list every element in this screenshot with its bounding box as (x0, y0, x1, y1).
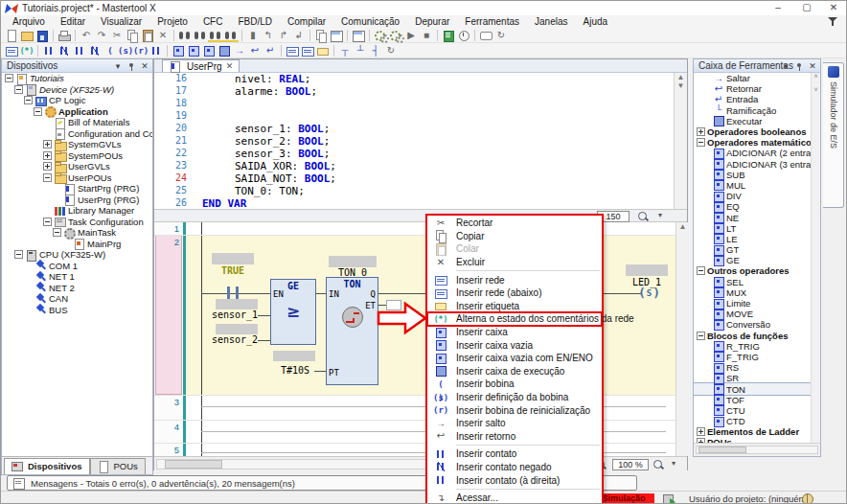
comment-box-ton[interactable] (329, 256, 377, 267)
refresh-icon[interactable]: ↻ (493, 29, 509, 42)
menu-janelas[interactable]: Janelas (527, 15, 575, 28)
contact-true-label[interactable]: TRUE (214, 265, 252, 276)
tree-item-systempous[interactable]: SystemPOUs (2, 150, 152, 162)
tree-item-can[interactable]: CAN (2, 293, 152, 305)
insert-box-icon[interactable] (171, 44, 186, 57)
code-line[interactable]: 18 (154, 98, 675, 110)
tab-close-icon[interactable]: ✕ (226, 61, 234, 71)
tree-item-systemgvls[interactable]: SystemGVLs (2, 139, 152, 150)
context-menu-item-inserir-bobina[interactable]: Inserir bobina (427, 378, 602, 391)
properties-icon[interactable] (329, 29, 344, 42)
close-button[interactable]: ✕ (821, 1, 846, 14)
tab-pous[interactable]: POUs (90, 458, 146, 474)
messages-icon[interactable] (478, 29, 493, 42)
context-menu-item-inserir-salto[interactable]: →Inserir salto (427, 417, 602, 430)
toolbox-vertical-scrollbar[interactable]: ˄˅ (811, 73, 820, 443)
collapse-icon[interactable] (14, 85, 23, 94)
library-icon[interactable] (441, 29, 456, 42)
time-literal-label[interactable]: T#10S (275, 365, 315, 376)
tree-item-mainprg[interactable]: MainPrg (2, 239, 152, 250)
code-vertical-scrollbar[interactable]: ▲▼ (674, 73, 687, 209)
collapse-icon[interactable] (5, 74, 13, 82)
menu-ferramentas[interactable]: Ferramentas (457, 15, 527, 28)
sensor2-label[interactable]: sensor_2 (208, 334, 262, 345)
tree-item-cp-logic[interactable]: CP Logic (2, 95, 152, 106)
code-line[interactable]: 25TON_0: TON; (154, 185, 675, 197)
tree-item-startprg-prg[interactable]: StartPrg (PRG) (2, 183, 152, 195)
context-menu-item-inserir-etiqueta[interactable]: Inserir etiqueta (427, 300, 602, 313)
network-number-5[interactable]: 5 (154, 445, 179, 455)
code-line[interactable]: 26END_VAR (154, 197, 675, 209)
print-icon[interactable] (57, 29, 72, 42)
menu-ajuda[interactable]: Ajuda (575, 15, 615, 28)
zoom-dropdown-icon[interactable]: ▾ (658, 211, 662, 219)
insert-contact-icon[interactable] (41, 44, 57, 57)
insert-return-icon[interactable]: ↩ (247, 44, 263, 57)
start-icon[interactable]: ▶ (403, 29, 419, 42)
clear-bookmarks-icon[interactable]: ↲ (291, 29, 307, 42)
comment-box-time[interactable] (273, 351, 315, 361)
tree-item-device-xf325-w[interactable]: Device (XF325-W) (2, 84, 152, 96)
menu-projeto[interactable]: Projeto (149, 15, 195, 28)
comment-box-led[interactable] (626, 264, 668, 276)
context-menu-item-inserir-contato[interactable]: Inserir contato (427, 447, 602, 461)
context-menu-item-recortar[interactable]: ✂Recortar (427, 217, 602, 230)
toolbox-item-conversao[interactable]: Conversão (694, 319, 811, 330)
network-number-4[interactable]: 4 (154, 422, 179, 432)
insert-network-icon[interactable] (285, 44, 300, 57)
comment-box-sensor1[interactable] (216, 299, 258, 309)
insert-contact-negated-icon[interactable] (57, 44, 72, 57)
collapse-icon[interactable] (53, 228, 61, 237)
network-number-2[interactable]: 2 (154, 237, 179, 247)
delete-icon[interactable]: ✕ (155, 29, 171, 42)
code-line[interactable]: 19 (154, 110, 675, 123)
filter-icon[interactable] (827, 16, 838, 27)
collapse-icon[interactable] (697, 332, 705, 340)
insert-network-below-icon[interactable] (300, 44, 315, 57)
tree-item-com-1[interactable]: COM 1 (2, 261, 152, 272)
expand-icon[interactable] (43, 140, 52, 149)
tab-simulador-es[interactable]: Simulador de E/S (823, 62, 844, 208)
context-menu-item-excluir[interactable]: ✕Excluir (427, 256, 602, 269)
network-grid-icon[interactable] (4, 44, 19, 57)
paste-icon[interactable] (140, 29, 155, 42)
context-menu-item-inserir-retorno[interactable]: ↩Inserir retorno (427, 430, 602, 444)
collapse-icon[interactable] (24, 96, 33, 104)
network-number-3[interactable]: 3 (154, 397, 179, 407)
context-menu-item-inserir-definicao-da-bobina[interactable]: Inserir definição da bobina (427, 391, 602, 404)
code-line[interactable]: 20sensor_1: BOOL; (154, 123, 675, 135)
copy-icon[interactable] (125, 29, 140, 42)
find-next-icon[interactable] (193, 29, 208, 42)
toggle-network-comment-icon[interactable] (19, 44, 34, 57)
network-number-1[interactable]: 1 (154, 223, 179, 234)
menu-fbd-ld[interactable]: FBD/LD (230, 15, 280, 28)
tree-item-cpu-xf325-w[interactable]: CPU (XF325-W) (2, 249, 152, 261)
collapse-icon[interactable] (43, 218, 52, 226)
collapse-icon[interactable] (43, 173, 52, 182)
toolbox-item-elementos-de-ladder[interactable]: Elementos de Ladder (694, 426, 811, 437)
maximize-button[interactable]: ▢ (794, 1, 819, 14)
ladder-zoom-value[interactable]: 100 % (612, 459, 649, 470)
redo-icon[interactable]: ↷ (94, 29, 109, 42)
tree-item-userpous[interactable]: UserPOUs (2, 172, 152, 184)
context-menu-item-alterna-o-estado-dos-comentarios-da-rede[interactable]: Alterna o estado dos comentários da rede (427, 312, 602, 326)
menu-depurar[interactable]: Depurar (407, 15, 457, 28)
context-menu-item-inserir-rede[interactable]: Inserir rede (427, 273, 602, 286)
insert-coil-icon[interactable] (103, 44, 118, 57)
context-menu-item-inserir-caixa-de-execucao[interactable]: Inserir caixa de execução (427, 365, 602, 378)
context-menu-item-inserir-caixa-vazia-com-en-eno[interactable]: Inserir caixa vazia com EN/ENO (427, 352, 602, 365)
tree-item-configuration-and-consumpt[interactable]: Configuration and Consumpt (2, 128, 152, 140)
update-parameters-icon[interactable]: ↻ (383, 44, 399, 57)
new-project-icon[interactable] (4, 29, 19, 42)
insert-set-coil-icon[interactable] (118, 44, 133, 57)
scrollbar-thumb[interactable] (698, 447, 746, 453)
tree-item-net-2[interactable]: NET 2 (2, 283, 152, 294)
branch-above-icon[interactable]: ┴ (353, 44, 368, 57)
code-line[interactable]: 24SAIDA_NOT: BOOL; (154, 172, 675, 185)
toolbox-item-ge[interactable]: GE (694, 255, 811, 265)
ladder-zoom-dropdown-icon[interactable]: ▾ (672, 459, 675, 468)
code-line[interactable]: 16nivel: REAL; (154, 73, 675, 85)
bookmark-icon[interactable]: ▮ (245, 29, 261, 42)
ton-block[interactable]: TON IN Q ET PT (326, 277, 378, 385)
code-line[interactable]: 17alarme: BOOL; (154, 85, 675, 98)
